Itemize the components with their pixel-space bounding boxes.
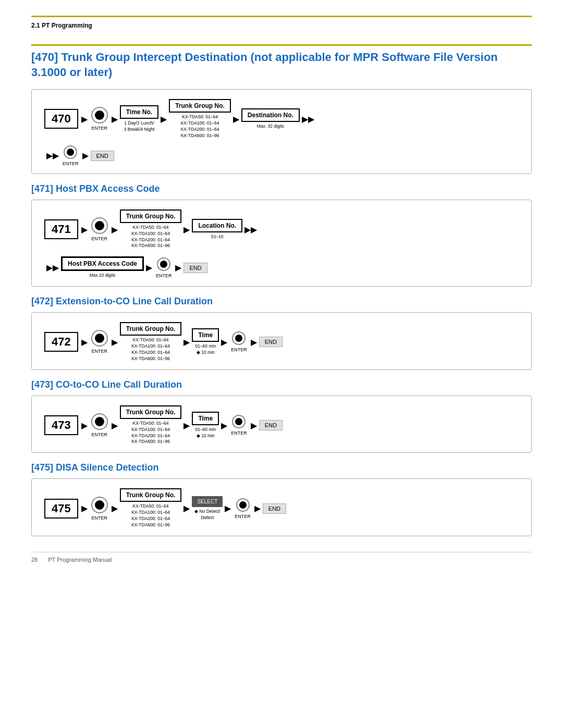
enter-473-1: ENTER [91,413,108,437]
arrow-472-2: ▶ [112,337,118,347]
enter-inner-475-2 [239,501,247,509]
enter-circle-475-1 [91,497,108,513]
location-no-btn-471: Location No. [192,219,242,232]
double-arrow-471: ▶▶ [244,225,257,235]
host-pbx-471: Host PBX Access Code Max.10 digits [61,256,144,279]
arrow-475-5: ▶ [254,503,261,513]
enter-472-2: ENTER [231,331,247,352]
time-no-btn: Time No. [120,105,158,119]
arrow-472-4: ▶ [221,337,227,347]
end-box-475: END [263,503,286,514]
trunk-group-473: Trunk Group No. KX-TDA50: 01–64KX-TDA100… [120,405,182,446]
enter-label-470-1: ENTER [91,126,107,131]
enter-label-471-2: ENTER [156,273,172,278]
diagram-473: 473 ▶ ENTER ▶ Trunk Group No. KX-TDA50: … [31,396,532,453]
diagram-471-row2: ▶▶ Host PBX Access Code Max.10 digits ▶ … [44,256,519,279]
trunk-group-note-475: KX-TDA50: 01–64KX-TDA100: 01–64KX-TDA200… [131,503,170,528]
enter-circle-471-1 [91,217,108,234]
end-472: END [259,337,283,347]
time-note-472: 01–60 min◆ 10 min [195,343,216,356]
enter-inner-473-2 [235,418,242,425]
time-btn-473: Time [192,412,219,425]
page-container: 2.1 PT Programming [470] Trunk Group Int… [0,0,563,594]
enter-470-1: ENTER [91,107,108,131]
enter-label-473-1: ENTER [91,432,107,437]
trunk-group-471: Trunk Group No. KX-TDA50: 01–64KX-TDA100… [120,209,182,250]
arrow-470-1: ▶ [81,114,88,124]
enter-inner-472-2 [235,335,242,342]
end-box-472: END [259,337,283,347]
enter-473-2: ENTER [231,415,247,436]
time-no-note: 1 Day/2 Lunch/3 Break/4 Night [124,120,155,133]
trunk-group-note-473: KX-TDA50: 01–64KX-TDA100: 01–64KX-TDA200… [131,421,170,446]
arrow-475-4: ▶ [225,503,231,513]
enter-label-470-2: ENTER [63,161,79,166]
diagram-473-row1: 473 ▶ ENTER ▶ Trunk Group No. KX-TDA50: … [44,405,519,446]
host-pbx-note-471: Max.10 digits [89,273,115,279]
trunk-group-475: Trunk Group No. KX-TDA50: 01–64KX-TDA100… [120,488,182,528]
arrow-470-4: ▶ [233,114,239,124]
code-box-471: 471 [44,219,78,239]
title-473: [473] CO-to-CO Line Call Duration [31,379,532,390]
enter-inner-471-2 [160,261,167,268]
diagram-475-row1: 475 ▶ ENTER ▶ Trunk Group No. KX-TDA50: … [44,488,519,528]
arrow-475-1: ▶ [81,503,88,513]
title-470: [470] Trunk Group Intercept Destination … [31,50,532,80]
enter-475-2: ENTER [235,498,251,519]
end-475: END [263,503,286,514]
arrow-471-3: ▶ [183,225,190,235]
enter-inner-472-1 [95,334,104,343]
code-box-473: 473 [44,415,78,435]
code-box-472: 472 [44,332,78,352]
end-box-473: END [259,420,283,430]
arrow-470-5: ▶ [82,151,89,161]
enter-circle-475-2 [236,498,250,512]
enter-circle-473-2 [232,415,246,428]
end-471: END [183,263,207,273]
trunk-group-470: Trunk Group No. KX-TDA50: 01–64KX-TDA100… [169,99,231,139]
arrow-475-2: ▶ [112,503,118,513]
time-note-473: 01–60 min◆ 10 min [195,427,216,439]
arrow-471-2: ▶ [112,225,118,235]
code-470: 470 [44,109,79,129]
enter-circle-470-2 [64,145,77,159]
section-label: 2.1 PT Programming [31,22,92,29]
trunk-group-btn-473: Trunk Group No. [120,405,182,419]
dest-no-note-470: Max. 32 digits [257,124,284,130]
diagram-470-row1: 470 ▶ ENTER ▶ Time No. 1 Day/2 Lunch/3 B… [44,99,519,139]
enter-label-472-2: ENTER [231,347,247,352]
title-475: [475] DISA Silence Detection [31,462,532,473]
arrow-471-1: ▶ [81,225,88,235]
diagram-472: 472 ▶ ENTER ▶ Trunk Group No. KX-TDA50: … [31,312,532,370]
diagram-472-row1: 472 ▶ ENTER ▶ Trunk Group No. KX-TDA50: … [44,322,519,362]
title-471: [471] Host PBX Access Code [31,183,532,194]
arrow-471-4: ▶ [146,263,152,273]
double-arrow-470-2: ▶▶ [46,151,59,161]
enter-470-2: ENTER [63,145,79,166]
header-bar: 2.1 PT Programming [31,16,532,35]
arrow-475-3: ▶ [183,503,190,513]
select-475: SELECT ◆ No Detect/Detect [192,496,223,521]
enter-inner-471-1 [95,221,104,230]
arrow-473-4: ▶ [221,421,227,430]
enter-inner-470-2 [67,149,74,156]
end-473: END [259,420,283,430]
enter-label-472-1: ENTER [91,349,107,354]
arrow-473-5: ▶ [251,421,257,430]
enter-circle-472-2 [232,331,246,345]
trunk-group-note-471: KX-TDA50: 01–64KX-TDA100: 01–64KX-TDA200… [131,225,170,250]
arrow-470-3: ▶ [161,114,167,124]
host-pbx-btn-471: Host PBX Access Code [61,256,144,271]
enter-inner-470-1 [95,110,104,120]
enter-471-1: ENTER [91,217,108,241]
enter-circle-470-1 [91,107,108,124]
arrow-470-2: ▶ [112,114,118,124]
trunk-group-note-472: KX-TDA50: 01–64KX-TDA100: 01–64KX-TDA200… [131,337,170,362]
select-btn-475: SELECT [192,496,223,507]
code-box-470: 470 [44,109,78,129]
arrow-473-3: ▶ [183,421,190,430]
location-no-note-471: 01–10 [211,234,224,240]
diagram-470: 470 ▶ ENTER ▶ Time No. 1 Day/2 Lunch/3 B… [31,89,532,174]
enter-inner-475-1 [95,500,104,510]
time-btn-472: Time [192,328,219,342]
